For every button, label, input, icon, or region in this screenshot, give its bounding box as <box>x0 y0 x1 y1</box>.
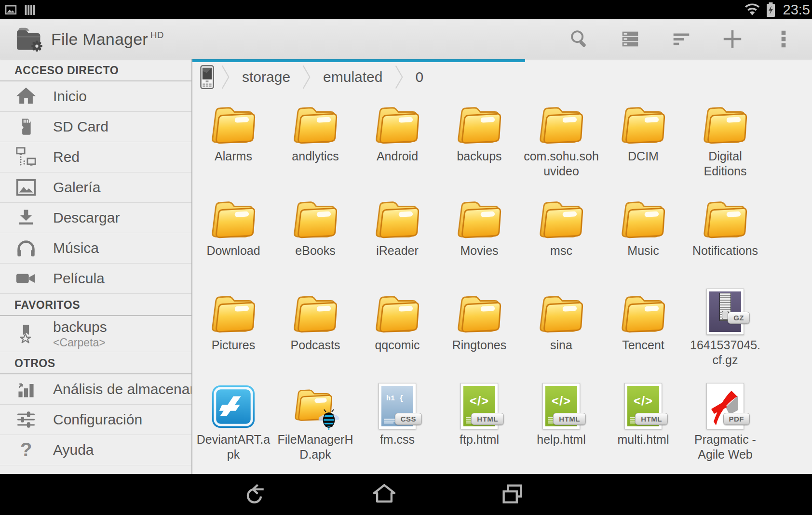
grid-item-pictures[interactable]: Pictures <box>192 281 274 375</box>
grid-item-movies[interactable]: Movies <box>438 186 520 281</box>
grid-item-label: Music <box>627 243 659 258</box>
sidebar-item-red[interactable]: Red <box>0 142 191 172</box>
grid-item-dcim[interactable]: DCIM <box>602 92 684 186</box>
grid-item-qqcomic[interactable]: qqcomic <box>356 281 438 375</box>
grid-item-sina[interactable]: sina <box>520 281 602 375</box>
overflow-menu-button[interactable] <box>771 27 796 51</box>
folder-icon <box>455 96 504 146</box>
status-notification-icons[interactable] <box>5 4 36 16</box>
grid-item-label-line: com.sohu.soh <box>524 149 599 164</box>
breadcrumb-segment-emulated[interactable]: emulated <box>318 69 387 85</box>
grid-item-com-sohu-soh-uvideo[interactable]: com.sohu.sohuvideo <box>520 92 602 186</box>
grid-item-label-line: fm.css <box>380 432 415 447</box>
sidebar-item-descargar[interactable]: Descargar <box>0 203 191 233</box>
grid-item-multi-html[interactable]: </>HTMLmulti.html <box>602 375 684 470</box>
sidebar-item-configuracion[interactable]: Configuración <box>0 405 191 435</box>
svg-text:?: ? <box>20 439 32 461</box>
grid-item-1641537045-cf-gz[interactable]: GZ1641537045.cf.gz <box>684 281 766 375</box>
grid-item-notifications[interactable]: Notifications <box>684 186 766 281</box>
home-button[interactable] <box>370 481 398 509</box>
home-icon <box>371 481 398 508</box>
css-sample-text: h1 { <box>386 395 413 403</box>
sidebar-item-sublabel: <Carpeta> <box>53 336 107 349</box>
grid-item-label: DeviantART.apk <box>197 432 270 462</box>
grid-item-label-line: Download <box>206 243 260 258</box>
grid-item-android[interactable]: Android <box>356 92 438 186</box>
sidebar-item-galeria[interactable]: Galería <box>0 172 191 203</box>
recents-button[interactable] <box>499 481 527 509</box>
sdcard-icon <box>14 117 38 137</box>
sidebar-item-inicio[interactable]: Inicio <box>0 81 191 112</box>
grid-item-ftp-html[interactable]: </>HTMLftp.html <box>438 375 520 470</box>
grid-item-label: Android <box>377 149 418 164</box>
main-area: ACCESO DIRECTOInicioSD CardRedGaleríaDes… <box>0 59 812 474</box>
grid-item-music[interactable]: Music <box>602 186 684 281</box>
sidebar-item-text: Descargar <box>53 210 120 226</box>
folder-icon <box>209 96 258 146</box>
sidebar-section-header-otros: OTROS <box>0 352 191 374</box>
grid-item-label-line: Podcasts <box>291 338 340 353</box>
grid-item-ebooks[interactable]: eBooks <box>274 186 356 281</box>
grid-item-label-line: Pragmatic - <box>694 432 756 447</box>
folder-icon <box>701 190 750 240</box>
sidebar-item-analisis-de-almacenami[interactable]: Análisis de almacenami... <box>0 374 191 405</box>
sidebar-item-text: Ayuda <box>53 442 94 458</box>
grid-item-tencent[interactable]: Tencent <box>602 281 684 375</box>
toolbar-actions <box>567 27 812 51</box>
sidebar-item-ayuda[interactable]: ?Ayuda <box>0 435 191 465</box>
grid-item-alarms[interactable]: Alarms <box>192 92 274 186</box>
sidebar-item-sd-card[interactable]: SD Card <box>0 112 191 142</box>
grid-item-podcasts[interactable]: Podcasts <box>274 281 356 375</box>
grid-item-label-line: Tencent <box>622 338 664 353</box>
app-title: File ManagerHD <box>51 30 164 49</box>
grid-item-label: Pictures <box>212 338 255 353</box>
breadcrumb-segment-storage[interactable]: storage <box>237 69 295 85</box>
sidebar-item-backups[interactable]: backups<Carpeta> <box>0 316 191 352</box>
download-icon <box>14 208 38 228</box>
grid-item-digital-editions[interactable]: DigitalEditions <box>684 92 766 186</box>
grid-item-deviantart-a-pk[interactable]: DeviantART.apk <box>192 375 274 470</box>
nav-buttons <box>242 481 527 509</box>
grid-item-ireader[interactable]: iReader <box>356 186 438 281</box>
status-system-icons[interactable]: 23:5 <box>744 2 810 18</box>
grid-item-label: multi.html <box>618 432 669 447</box>
sidebar-item-pelicula[interactable]: Película <box>0 264 191 294</box>
app-title-hd-badge: HD <box>150 30 164 40</box>
grid-item-download[interactable]: Download <box>192 186 274 281</box>
grid-item-help-html[interactable]: </>HTMLhelp.html <box>520 375 602 470</box>
search-button[interactable] <box>567 27 591 51</box>
breadcrumb-separator-icon <box>394 63 404 91</box>
sidebar-item-text: Galería <box>53 179 100 196</box>
file-type-badge: HTML <box>553 413 586 425</box>
grid-item-andlytics[interactable]: andlytics <box>274 92 356 186</box>
breadcrumb-separator-icon <box>221 63 230 91</box>
folder-icon <box>455 285 504 335</box>
grid-item-fm-css[interactable]: h1 {CSSfm.css <box>356 375 438 470</box>
sort-button[interactable] <box>669 27 693 51</box>
folder-icon <box>455 190 504 240</box>
list-view-icon <box>619 28 641 50</box>
grid-item-label: fm.css <box>380 432 415 447</box>
add-button[interactable] <box>720 27 744 51</box>
home-icon <box>14 85 38 107</box>
app-logo[interactable]: File ManagerHD <box>14 25 164 53</box>
device-icon[interactable] <box>200 65 214 89</box>
grid-item-ringtones[interactable]: Ringtones <box>438 281 520 375</box>
folder-icon <box>537 96 586 146</box>
folder-icon <box>373 190 422 240</box>
breadcrumb: storageemulated0 <box>192 62 812 92</box>
sidebar-item-text: Música <box>53 240 99 256</box>
back-button[interactable] <box>242 481 270 509</box>
grid-item-backups[interactable]: backups <box>438 92 520 186</box>
grid-item-label-line: Music <box>627 243 659 258</box>
grid-item-pragmatic-agile-web[interactable]: PDFPragmatic -Agile Web <box>684 375 766 470</box>
breadcrumb-segment-0[interactable]: 0 <box>411 69 429 85</box>
view-mode-button[interactable] <box>618 27 642 51</box>
sidebar-item-musica[interactable]: Música <box>0 233 191 264</box>
clock: 23:5 <box>783 2 810 18</box>
grid-item-filemanagerh-d-apk[interactable]: FileManagerHD.apk <box>274 375 356 470</box>
file-type-badge: CSS <box>395 413 422 425</box>
grid-item-msc[interactable]: msc <box>520 186 602 281</box>
screenshot-icon <box>5 4 17 16</box>
grid-item-label-line: DCIM <box>628 149 659 164</box>
